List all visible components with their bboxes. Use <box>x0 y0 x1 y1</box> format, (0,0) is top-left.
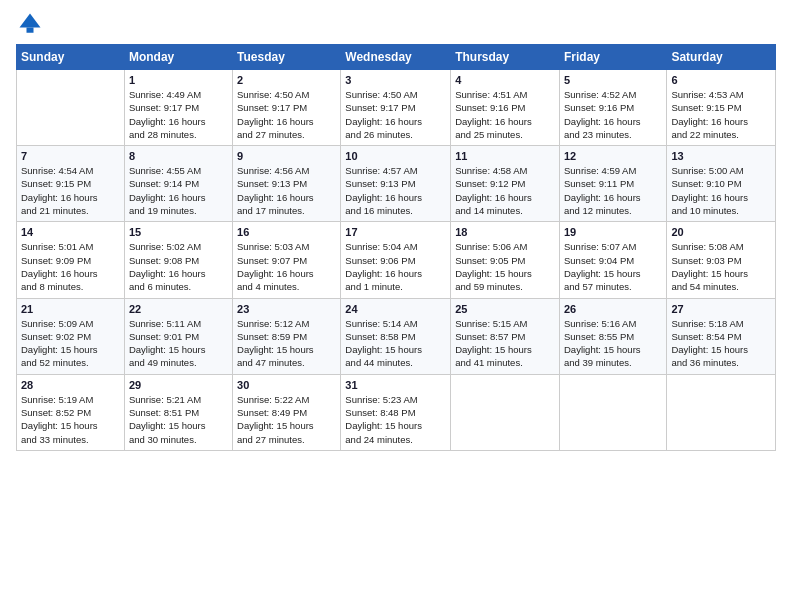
day-info: Sunrise: 4:57 AM Sunset: 9:13 PM Dayligh… <box>345 164 446 217</box>
day-header: Friday <box>559 45 666 70</box>
calendar-cell: 26Sunrise: 5:16 AM Sunset: 8:55 PM Dayli… <box>559 298 666 374</box>
calendar-cell: 23Sunrise: 5:12 AM Sunset: 8:59 PM Dayli… <box>233 298 341 374</box>
day-number: 18 <box>455 226 555 238</box>
calendar-cell: 3Sunrise: 4:50 AM Sunset: 9:17 PM Daylig… <box>341 70 451 146</box>
day-number: 28 <box>21 379 120 391</box>
calendar-cell: 31Sunrise: 5:23 AM Sunset: 8:48 PM Dayli… <box>341 374 451 450</box>
calendar-cell: 24Sunrise: 5:14 AM Sunset: 8:58 PM Dayli… <box>341 298 451 374</box>
calendar-cell: 15Sunrise: 5:02 AM Sunset: 9:08 PM Dayli… <box>124 222 232 298</box>
day-header: Wednesday <box>341 45 451 70</box>
day-number: 21 <box>21 303 120 315</box>
calendar-cell: 19Sunrise: 5:07 AM Sunset: 9:04 PM Dayli… <box>559 222 666 298</box>
day-info: Sunrise: 4:54 AM Sunset: 9:15 PM Dayligh… <box>21 164 120 217</box>
day-info: Sunrise: 4:53 AM Sunset: 9:15 PM Dayligh… <box>671 88 771 141</box>
day-info: Sunrise: 4:50 AM Sunset: 9:17 PM Dayligh… <box>345 88 446 141</box>
day-number: 3 <box>345 74 446 86</box>
day-info: Sunrise: 5:16 AM Sunset: 8:55 PM Dayligh… <box>564 317 662 370</box>
day-info: Sunrise: 5:11 AM Sunset: 9:01 PM Dayligh… <box>129 317 228 370</box>
day-info: Sunrise: 5:04 AM Sunset: 9:06 PM Dayligh… <box>345 240 446 293</box>
day-info: Sunrise: 4:58 AM Sunset: 9:12 PM Dayligh… <box>455 164 555 217</box>
calendar-cell: 27Sunrise: 5:18 AM Sunset: 8:54 PM Dayli… <box>667 298 776 374</box>
day-number: 30 <box>237 379 336 391</box>
day-number: 5 <box>564 74 662 86</box>
calendar-cell: 1Sunrise: 4:49 AM Sunset: 9:17 PM Daylig… <box>124 70 232 146</box>
calendar-week-row: 28Sunrise: 5:19 AM Sunset: 8:52 PM Dayli… <box>17 374 776 450</box>
day-info: Sunrise: 5:02 AM Sunset: 9:08 PM Dayligh… <box>129 240 228 293</box>
calendar-week-row: 21Sunrise: 5:09 AM Sunset: 9:02 PM Dayli… <box>17 298 776 374</box>
calendar-cell: 25Sunrise: 5:15 AM Sunset: 8:57 PM Dayli… <box>451 298 560 374</box>
day-info: Sunrise: 4:55 AM Sunset: 9:14 PM Dayligh… <box>129 164 228 217</box>
calendar-cell <box>559 374 666 450</box>
svg-rect-1 <box>27 28 34 33</box>
calendar-cell: 8Sunrise: 4:55 AM Sunset: 9:14 PM Daylig… <box>124 146 232 222</box>
calendar-cell: 5Sunrise: 4:52 AM Sunset: 9:16 PM Daylig… <box>559 70 666 146</box>
day-info: Sunrise: 5:19 AM Sunset: 8:52 PM Dayligh… <box>21 393 120 446</box>
day-info: Sunrise: 5:01 AM Sunset: 9:09 PM Dayligh… <box>21 240 120 293</box>
day-info: Sunrise: 5:00 AM Sunset: 9:10 PM Dayligh… <box>671 164 771 217</box>
day-number: 19 <box>564 226 662 238</box>
calendar-cell: 22Sunrise: 5:11 AM Sunset: 9:01 PM Dayli… <box>124 298 232 374</box>
day-info: Sunrise: 5:08 AM Sunset: 9:03 PM Dayligh… <box>671 240 771 293</box>
calendar-cell <box>667 374 776 450</box>
day-number: 23 <box>237 303 336 315</box>
calendar-cell: 13Sunrise: 5:00 AM Sunset: 9:10 PM Dayli… <box>667 146 776 222</box>
calendar-cell: 10Sunrise: 4:57 AM Sunset: 9:13 PM Dayli… <box>341 146 451 222</box>
calendar-cell: 7Sunrise: 4:54 AM Sunset: 9:15 PM Daylig… <box>17 146 125 222</box>
day-number: 15 <box>129 226 228 238</box>
logo-icon <box>16 10 44 38</box>
day-number: 8 <box>129 150 228 162</box>
day-number: 10 <box>345 150 446 162</box>
day-number: 6 <box>671 74 771 86</box>
day-number: 24 <box>345 303 446 315</box>
day-number: 14 <box>21 226 120 238</box>
day-number: 25 <box>455 303 555 315</box>
day-info: Sunrise: 4:52 AM Sunset: 9:16 PM Dayligh… <box>564 88 662 141</box>
day-number: 20 <box>671 226 771 238</box>
day-number: 2 <box>237 74 336 86</box>
day-header: Thursday <box>451 45 560 70</box>
header-row: SundayMondayTuesdayWednesdayThursdayFrid… <box>17 45 776 70</box>
day-header: Monday <box>124 45 232 70</box>
day-info: Sunrise: 5:12 AM Sunset: 8:59 PM Dayligh… <box>237 317 336 370</box>
day-number: 16 <box>237 226 336 238</box>
day-number: 26 <box>564 303 662 315</box>
calendar-cell: 18Sunrise: 5:06 AM Sunset: 9:05 PM Dayli… <box>451 222 560 298</box>
day-number: 7 <box>21 150 120 162</box>
calendar-cell: 4Sunrise: 4:51 AM Sunset: 9:16 PM Daylig… <box>451 70 560 146</box>
day-info: Sunrise: 5:22 AM Sunset: 8:49 PM Dayligh… <box>237 393 336 446</box>
day-info: Sunrise: 5:06 AM Sunset: 9:05 PM Dayligh… <box>455 240 555 293</box>
calendar-cell: 6Sunrise: 4:53 AM Sunset: 9:15 PM Daylig… <box>667 70 776 146</box>
calendar-table: SundayMondayTuesdayWednesdayThursdayFrid… <box>16 44 776 451</box>
calendar-week-row: 7Sunrise: 4:54 AM Sunset: 9:15 PM Daylig… <box>17 146 776 222</box>
day-info: Sunrise: 4:59 AM Sunset: 9:11 PM Dayligh… <box>564 164 662 217</box>
calendar-cell: 28Sunrise: 5:19 AM Sunset: 8:52 PM Dayli… <box>17 374 125 450</box>
day-number: 29 <box>129 379 228 391</box>
logo <box>16 10 48 38</box>
day-info: Sunrise: 5:03 AM Sunset: 9:07 PM Dayligh… <box>237 240 336 293</box>
day-info: Sunrise: 5:09 AM Sunset: 9:02 PM Dayligh… <box>21 317 120 370</box>
day-number: 22 <box>129 303 228 315</box>
calendar-week-row: 14Sunrise: 5:01 AM Sunset: 9:09 PM Dayli… <box>17 222 776 298</box>
header <box>16 10 776 38</box>
calendar-cell: 21Sunrise: 5:09 AM Sunset: 9:02 PM Dayli… <box>17 298 125 374</box>
day-number: 9 <box>237 150 336 162</box>
day-info: Sunrise: 4:51 AM Sunset: 9:16 PM Dayligh… <box>455 88 555 141</box>
svg-marker-0 <box>20 14 41 28</box>
day-info: Sunrise: 5:14 AM Sunset: 8:58 PM Dayligh… <box>345 317 446 370</box>
calendar-week-row: 1Sunrise: 4:49 AM Sunset: 9:17 PM Daylig… <box>17 70 776 146</box>
day-info: Sunrise: 5:18 AM Sunset: 8:54 PM Dayligh… <box>671 317 771 370</box>
calendar-cell: 9Sunrise: 4:56 AM Sunset: 9:13 PM Daylig… <box>233 146 341 222</box>
day-info: Sunrise: 5:07 AM Sunset: 9:04 PM Dayligh… <box>564 240 662 293</box>
calendar-cell: 17Sunrise: 5:04 AM Sunset: 9:06 PM Dayli… <box>341 222 451 298</box>
day-number: 13 <box>671 150 771 162</box>
day-number: 12 <box>564 150 662 162</box>
calendar-cell: 20Sunrise: 5:08 AM Sunset: 9:03 PM Dayli… <box>667 222 776 298</box>
day-info: Sunrise: 4:56 AM Sunset: 9:13 PM Dayligh… <box>237 164 336 217</box>
day-number: 27 <box>671 303 771 315</box>
calendar-cell: 14Sunrise: 5:01 AM Sunset: 9:09 PM Dayli… <box>17 222 125 298</box>
day-number: 1 <box>129 74 228 86</box>
calendar-cell: 30Sunrise: 5:22 AM Sunset: 8:49 PM Dayli… <box>233 374 341 450</box>
calendar-cell: 12Sunrise: 4:59 AM Sunset: 9:11 PM Dayli… <box>559 146 666 222</box>
calendar-cell: 29Sunrise: 5:21 AM Sunset: 8:51 PM Dayli… <box>124 374 232 450</box>
calendar-cell: 2Sunrise: 4:50 AM Sunset: 9:17 PM Daylig… <box>233 70 341 146</box>
